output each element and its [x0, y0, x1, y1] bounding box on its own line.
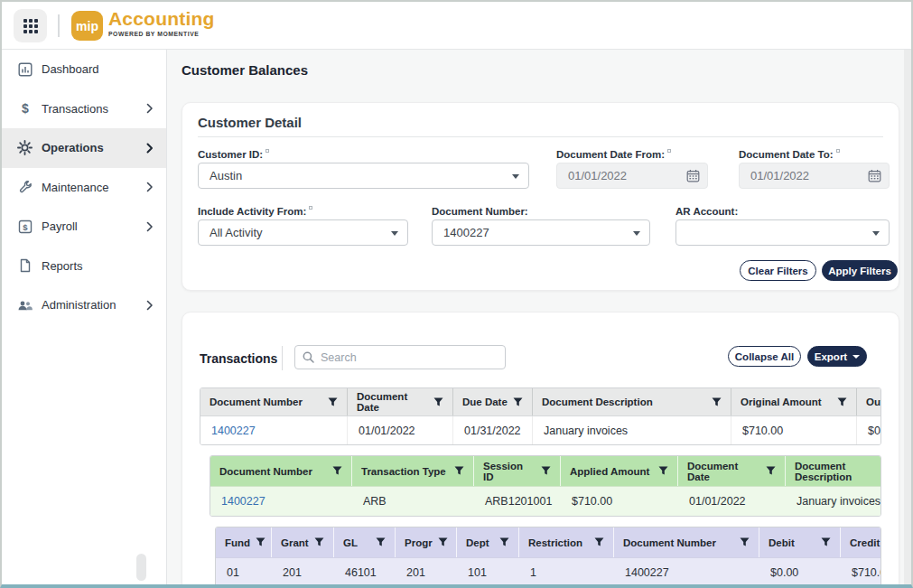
- chevron-right-icon: [146, 300, 154, 311]
- filter-icon[interactable]: [376, 537, 386, 547]
- document-date-from-label: Document Date From:: [556, 149, 671, 160]
- caret-down-icon: [391, 231, 398, 236]
- app-launcher-button[interactable]: [14, 9, 47, 42]
- table-cell: 01/01/2022: [348, 416, 453, 444]
- filter-icon[interactable]: [328, 397, 338, 407]
- column-header: Debit: [759, 527, 841, 557]
- filter-icon[interactable]: [594, 537, 604, 547]
- table-cell: ARB1201001: [474, 487, 561, 516]
- sidebar-label: Administration: [42, 298, 146, 312]
- filter-icon[interactable]: [314, 537, 324, 547]
- caret-down-icon: [633, 231, 640, 236]
- column-header: Due Date: [453, 388, 533, 415]
- gear-icon: [17, 140, 33, 155]
- transactions-card: Transactions Collapse All Export Documen…: [182, 312, 899, 588]
- top-bar: mip Accounting POWERED BY MOMENTIVE: [2, 2, 911, 50]
- column-header: Document Description: [533, 388, 731, 415]
- required-indicator: [836, 149, 840, 153]
- filter-icon[interactable]: [712, 397, 722, 407]
- column-header: Applied Amount: [561, 456, 678, 486]
- sidebar: Dashboard $ Transactions Operations: [2, 50, 167, 584]
- column-header: Original Amount: [731, 388, 857, 415]
- transactions-table-header: Document Number Document Date Due Date D…: [200, 388, 881, 415]
- filter-icon[interactable]: [454, 466, 464, 476]
- customer-id-select[interactable]: Austin: [198, 163, 529, 189]
- sidebar-item-payroll[interactable]: $ Payroll: [2, 207, 166, 247]
- table-cell: 201: [272, 558, 334, 587]
- dashboard-icon: [17, 61, 33, 77]
- table-cell: $710.00: [561, 487, 678, 516]
- sidebar-item-reports[interactable]: Reports: [2, 247, 166, 286]
- wrench-icon: [17, 180, 33, 195]
- caret-down-icon: [852, 355, 860, 359]
- table-cell: $710.00: [731, 416, 857, 444]
- table-cell: $0.00: [759, 558, 841, 587]
- filter-icon[interactable]: [433, 397, 443, 407]
- column-header: Document Date: [348, 388, 453, 415]
- brand-block: Accounting POWERED BY MOMENTIVE: [108, 8, 215, 37]
- page-scrollbar[interactable]: [904, 50, 911, 584]
- table-row: 01 201 46101 201 101 1 1400227 $0.00 $71…: [216, 557, 881, 587]
- filter-icon[interactable]: [766, 466, 776, 476]
- filter-icon[interactable]: [438, 537, 448, 547]
- column-header: Transaction Type: [352, 456, 474, 486]
- column-header: Document Date: [678, 456, 786, 486]
- export-button-label: Export: [815, 351, 847, 362]
- app-tagline: POWERED BY MOMENTIVE: [108, 31, 215, 37]
- toolbar-divider: [282, 346, 283, 370]
- customer-id-value: Austin: [210, 169, 242, 182]
- required-indicator: [667, 149, 671, 153]
- collapse-all-button[interactable]: Collapse All: [728, 346, 801, 367]
- app-window: mip Accounting POWERED BY MOMENTIVE Dash…: [0, 0, 913, 588]
- card-title: Customer Detail: [198, 115, 302, 130]
- applied-transactions-table: Document Number Transaction Type Session…: [210, 455, 881, 517]
- apply-filters-button[interactable]: Apply Filters: [822, 260, 898, 281]
- column-header: Document Description: [786, 456, 881, 486]
- document-date-to-value: 01/01/2022: [750, 169, 809, 182]
- required-indicator: [266, 149, 269, 153]
- document-date-from-input[interactable]: 01/01/2022: [556, 163, 708, 189]
- sidebar-item-administration[interactable]: Administration: [2, 285, 166, 325]
- header-divider: [58, 14, 60, 37]
- sidebar-item-transactions[interactable]: $ Transactions: [2, 89, 166, 129]
- document-date-to-input[interactable]: 01/01/2022: [739, 163, 890, 189]
- column-header: Session ID: [474, 456, 561, 486]
- transactions-title: Transactions: [200, 351, 277, 366]
- search-input[interactable]: [321, 351, 498, 364]
- filter-icon[interactable]: [658, 466, 668, 476]
- filter-icon[interactable]: [332, 466, 342, 476]
- chevron-right-icon: [146, 143, 154, 154]
- sidebar-item-maintenance[interactable]: Maintenance: [2, 168, 166, 208]
- dollar-icon: $: [17, 101, 33, 117]
- filter-icon[interactable]: [821, 537, 831, 547]
- ar-account-select[interactable]: [675, 219, 890, 246]
- table-cell: January invoices: [786, 487, 881, 516]
- sidebar-item-dashboard[interactable]: Dashboard: [2, 50, 166, 89]
- document-icon: [17, 258, 33, 274]
- chevron-right-icon: [146, 103, 154, 114]
- table-cell: 01/31/2022: [453, 416, 533, 444]
- sidebar-scrollbar-thumb[interactable]: [136, 554, 146, 581]
- chevron-right-icon: [146, 182, 154, 192]
- sidebar-label: Maintenance: [42, 181, 146, 194]
- column-header: Fund: [216, 527, 272, 557]
- include-activity-select[interactable]: All Activity: [198, 219, 408, 246]
- filter-icon[interactable]: [513, 397, 523, 407]
- sidebar-item-operations[interactable]: Operations: [2, 128, 166, 168]
- table-cell: 1: [519, 558, 614, 587]
- sidebar-label: Dashboard: [42, 62, 154, 76]
- filter-icon[interactable]: [541, 466, 551, 476]
- dollar-square-icon: $: [17, 219, 33, 234]
- document-number-select[interactable]: 1400227: [432, 219, 650, 246]
- document-number-link[interactable]: 1400227: [210, 487, 352, 516]
- required-indicator: [309, 206, 312, 210]
- filter-icon[interactable]: [499, 537, 509, 547]
- filter-icon[interactable]: [740, 537, 750, 547]
- filter-icon[interactable]: [256, 537, 266, 547]
- export-button[interactable]: Export: [807, 346, 867, 367]
- filter-icon[interactable]: [837, 397, 847, 407]
- clear-filters-button[interactable]: Clear Filters: [740, 260, 816, 281]
- calendar-icon: [686, 169, 700, 185]
- document-number-link[interactable]: 1400227: [200, 416, 348, 444]
- ar-account-label: AR Account:: [675, 206, 738, 217]
